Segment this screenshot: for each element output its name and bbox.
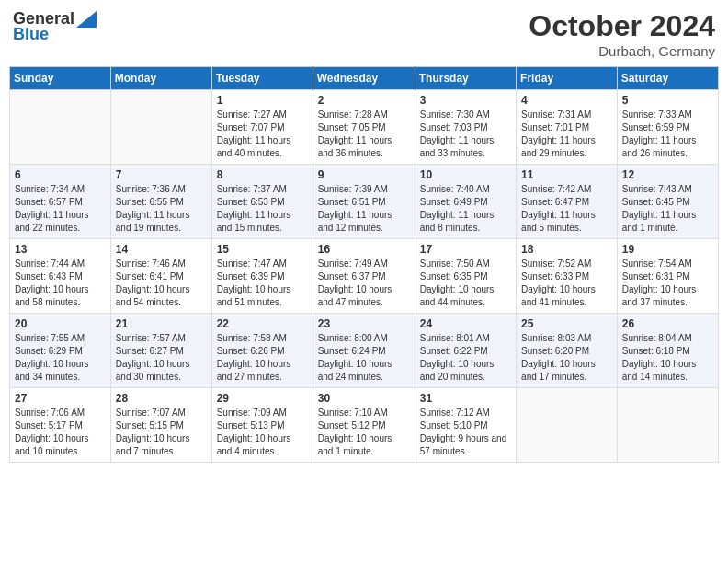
day-info: Sunrise: 7:57 AMSunset: 6:27 PMDaylight:… bbox=[116, 332, 207, 384]
day-cell: 8Sunrise: 7:37 AMSunset: 6:53 PMDaylight… bbox=[211, 165, 313, 239]
day-number: 10 bbox=[420, 168, 511, 181]
col-header-wednesday: Wednesday bbox=[313, 67, 415, 90]
day-info: Sunrise: 7:46 AMSunset: 6:41 PMDaylight:… bbox=[116, 258, 207, 309]
day-number: 7 bbox=[116, 168, 207, 181]
week-row-2: 6Sunrise: 7:34 AMSunset: 6:57 PMDaylight… bbox=[10, 165, 719, 239]
day-cell: 28Sunrise: 7:07 AMSunset: 5:15 PMDayligh… bbox=[110, 388, 211, 463]
day-cell: 16Sunrise: 7:49 AMSunset: 6:37 PMDayligh… bbox=[313, 239, 415, 314]
day-info: Sunrise: 7:07 AMSunset: 5:15 PMDaylight:… bbox=[116, 407, 207, 458]
day-number: 16 bbox=[318, 243, 410, 256]
day-info: Sunrise: 7:40 AMSunset: 6:49 PMDaylight:… bbox=[420, 183, 511, 235]
day-number: 21 bbox=[116, 317, 207, 330]
day-info: Sunrise: 8:03 AMSunset: 6:20 PMDaylight:… bbox=[521, 332, 612, 384]
day-info: Sunrise: 7:44 AMSunset: 6:43 PMDaylight:… bbox=[15, 258, 106, 309]
day-number: 23 bbox=[318, 317, 410, 330]
day-number: 19 bbox=[622, 243, 713, 256]
day-number: 22 bbox=[217, 317, 308, 330]
day-cell: 3Sunrise: 7:30 AMSunset: 7:03 PMDaylight… bbox=[415, 90, 516, 165]
day-number: 25 bbox=[521, 317, 612, 330]
day-cell bbox=[617, 388, 718, 463]
day-number: 14 bbox=[116, 243, 207, 256]
day-cell: 26Sunrise: 8:04 AMSunset: 6:18 PMDayligh… bbox=[617, 314, 718, 388]
week-row-5: 27Sunrise: 7:06 AMSunset: 5:17 PMDayligh… bbox=[10, 388, 719, 463]
col-header-thursday: Thursday bbox=[415, 67, 516, 90]
day-number: 9 bbox=[318, 168, 410, 181]
day-number: 26 bbox=[622, 317, 713, 330]
day-info: Sunrise: 7:55 AMSunset: 6:29 PMDaylight:… bbox=[15, 332, 106, 384]
day-cell: 25Sunrise: 8:03 AMSunset: 6:20 PMDayligh… bbox=[517, 314, 618, 388]
day-cell: 1Sunrise: 7:27 AMSunset: 7:07 PMDaylight… bbox=[211, 90, 313, 165]
calendar-table: SundayMondayTuesdayWednesdayThursdayFrid… bbox=[9, 66, 719, 463]
day-number: 3 bbox=[420, 94, 511, 107]
title-block: October 2024 Durbach, Germany bbox=[529, 9, 715, 59]
day-cell: 10Sunrise: 7:40 AMSunset: 6:49 PMDayligh… bbox=[415, 165, 516, 239]
col-header-tuesday: Tuesday bbox=[211, 67, 313, 90]
day-cell: 15Sunrise: 7:47 AMSunset: 6:39 PMDayligh… bbox=[211, 239, 313, 314]
logo-icon bbox=[76, 11, 97, 28]
day-number: 8 bbox=[217, 168, 308, 181]
day-number: 15 bbox=[217, 243, 308, 256]
day-info: Sunrise: 7:30 AMSunset: 7:03 PMDaylight:… bbox=[420, 109, 511, 160]
day-cell bbox=[10, 90, 111, 165]
month-title: October 2024 bbox=[529, 9, 715, 43]
day-number: 5 bbox=[622, 94, 713, 107]
day-number: 17 bbox=[420, 243, 511, 256]
day-cell: 21Sunrise: 7:57 AMSunset: 6:27 PMDayligh… bbox=[110, 314, 211, 388]
day-info: Sunrise: 7:27 AMSunset: 7:07 PMDaylight:… bbox=[217, 109, 308, 160]
week-row-1: 1Sunrise: 7:27 AMSunset: 7:07 PMDaylight… bbox=[10, 90, 719, 165]
day-number: 31 bbox=[420, 392, 511, 405]
day-info: Sunrise: 8:04 AMSunset: 6:18 PMDaylight:… bbox=[622, 332, 713, 384]
day-number: 2 bbox=[318, 94, 410, 107]
day-info: Sunrise: 7:28 AMSunset: 7:05 PMDaylight:… bbox=[318, 109, 410, 160]
day-cell bbox=[110, 90, 211, 165]
day-cell: 14Sunrise: 7:46 AMSunset: 6:41 PMDayligh… bbox=[110, 239, 211, 314]
header-row: SundayMondayTuesdayWednesdayThursdayFrid… bbox=[10, 67, 719, 90]
location-title: Durbach, Germany bbox=[529, 43, 715, 59]
day-number: 13 bbox=[15, 243, 106, 256]
day-info: Sunrise: 7:34 AMSunset: 6:57 PMDaylight:… bbox=[15, 183, 106, 235]
day-number: 11 bbox=[521, 168, 612, 181]
day-info: Sunrise: 8:00 AMSunset: 6:24 PMDaylight:… bbox=[318, 332, 410, 384]
day-number: 24 bbox=[420, 317, 511, 330]
day-cell: 9Sunrise: 7:39 AMSunset: 6:51 PMDaylight… bbox=[313, 165, 415, 239]
day-info: Sunrise: 8:01 AMSunset: 6:22 PMDaylight:… bbox=[420, 332, 511, 384]
day-info: Sunrise: 7:33 AMSunset: 6:59 PMDaylight:… bbox=[622, 109, 713, 160]
day-info: Sunrise: 7:50 AMSunset: 6:35 PMDaylight:… bbox=[420, 258, 511, 309]
day-cell: 23Sunrise: 8:00 AMSunset: 6:24 PMDayligh… bbox=[313, 314, 415, 388]
day-cell: 2Sunrise: 7:28 AMSunset: 7:05 PMDaylight… bbox=[313, 90, 415, 165]
day-info: Sunrise: 7:52 AMSunset: 6:33 PMDaylight:… bbox=[521, 258, 612, 309]
day-info: Sunrise: 7:43 AMSunset: 6:45 PMDaylight:… bbox=[622, 183, 713, 235]
week-row-3: 13Sunrise: 7:44 AMSunset: 6:43 PMDayligh… bbox=[10, 239, 719, 314]
day-cell: 31Sunrise: 7:12 AMSunset: 5:10 PMDayligh… bbox=[415, 388, 516, 463]
day-number: 28 bbox=[116, 392, 207, 405]
day-cell: 12Sunrise: 7:43 AMSunset: 6:45 PMDayligh… bbox=[617, 165, 718, 239]
day-info: Sunrise: 7:09 AMSunset: 5:13 PMDaylight:… bbox=[217, 407, 308, 458]
day-number: 1 bbox=[217, 94, 308, 107]
day-cell: 13Sunrise: 7:44 AMSunset: 6:43 PMDayligh… bbox=[10, 239, 111, 314]
week-row-4: 20Sunrise: 7:55 AMSunset: 6:29 PMDayligh… bbox=[10, 314, 719, 388]
logo-blue: Blue bbox=[13, 25, 49, 44]
day-cell: 6Sunrise: 7:34 AMSunset: 6:57 PMDaylight… bbox=[10, 165, 111, 239]
day-number: 29 bbox=[217, 392, 308, 405]
day-info: Sunrise: 7:12 AMSunset: 5:10 PMDaylight:… bbox=[420, 407, 511, 458]
day-cell: 22Sunrise: 7:58 AMSunset: 6:26 PMDayligh… bbox=[211, 314, 313, 388]
day-cell: 11Sunrise: 7:42 AMSunset: 6:47 PMDayligh… bbox=[517, 165, 618, 239]
day-number: 4 bbox=[521, 94, 612, 107]
day-cell: 20Sunrise: 7:55 AMSunset: 6:29 PMDayligh… bbox=[10, 314, 111, 388]
day-number: 27 bbox=[15, 392, 106, 405]
col-header-sunday: Sunday bbox=[10, 67, 111, 90]
day-number: 20 bbox=[15, 317, 106, 330]
day-info: Sunrise: 7:06 AMSunset: 5:17 PMDaylight:… bbox=[15, 407, 106, 458]
col-header-saturday: Saturday bbox=[617, 67, 718, 90]
day-cell bbox=[517, 388, 618, 463]
col-header-friday: Friday bbox=[517, 67, 618, 90]
day-cell: 30Sunrise: 7:10 AMSunset: 5:12 PMDayligh… bbox=[313, 388, 415, 463]
day-info: Sunrise: 7:49 AMSunset: 6:37 PMDaylight:… bbox=[318, 258, 410, 309]
logo: General Blue bbox=[13, 9, 97, 44]
day-number: 30 bbox=[318, 392, 410, 405]
day-cell: 17Sunrise: 7:50 AMSunset: 6:35 PMDayligh… bbox=[415, 239, 516, 314]
day-info: Sunrise: 7:36 AMSunset: 6:55 PMDaylight:… bbox=[116, 183, 207, 235]
day-cell: 27Sunrise: 7:06 AMSunset: 5:17 PMDayligh… bbox=[10, 388, 111, 463]
day-number: 6 bbox=[15, 168, 106, 181]
day-cell: 24Sunrise: 8:01 AMSunset: 6:22 PMDayligh… bbox=[415, 314, 516, 388]
